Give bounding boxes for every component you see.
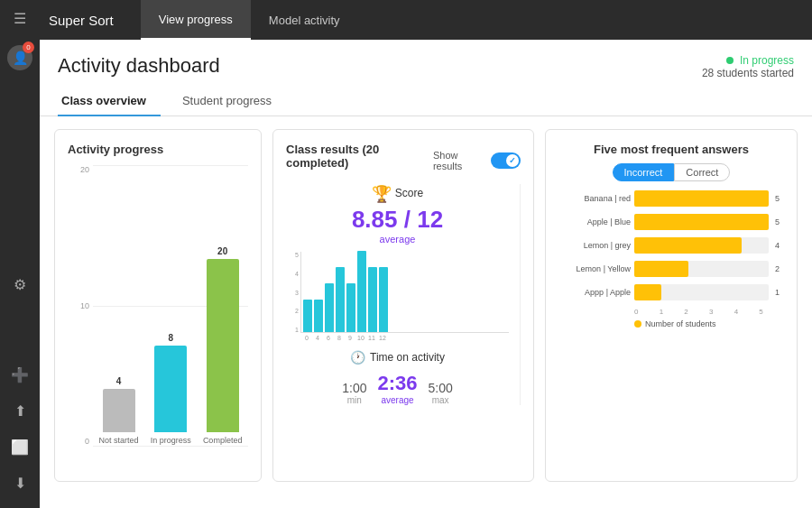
frequent-answers-title: Five most frequent answers [558, 143, 784, 156]
menu-icon[interactable]: ☰ [0, 0, 40, 36]
h-bar-track-3 [634, 237, 769, 254]
h-x-3: 3 [709, 308, 734, 316]
students-count: 28 students started [702, 67, 794, 79]
h-bar-row-2: Apple | Blue 5 [558, 214, 784, 230]
status-info: In progress 28 students started [702, 54, 794, 79]
h-bar-count-1: 5 [775, 194, 784, 203]
app-title: Super Sort [49, 13, 114, 28]
hist-x-0: 0 [302, 335, 311, 341]
time-min-value: 1:00 [342, 381, 366, 395]
answer-filter: Incorrect Correct [558, 163, 784, 181]
status-dot [726, 57, 734, 64]
h-bar-count-2: 5 [775, 217, 784, 226]
tab-view-progress[interactable]: View progress [141, 0, 251, 40]
h-bar-count-3: 4 [775, 241, 784, 250]
time-values: 1:00 min 2:36 average 5:00 max [342, 372, 453, 405]
hist-y-5: 5 [295, 252, 299, 258]
h-bar-fill-1 [634, 190, 769, 207]
subtabs: Class overview Student progress [40, 87, 812, 116]
time-max: 5:00 max [429, 381, 453, 405]
show-results-toggle: Show results ✓ [433, 150, 521, 171]
histogram-bars [300, 252, 509, 333]
hist-x-6: 6 [324, 335, 333, 341]
upload-icon[interactable]: ⬆ [0, 393, 40, 429]
time-max-value: 5:00 [429, 381, 453, 395]
hist-x-4: 4 [313, 335, 322, 341]
hist-bar-8 [379, 267, 388, 332]
legend-dot [634, 320, 641, 328]
h-bar-label-1: Banana | red [558, 194, 631, 203]
h-bar-track-2 [634, 214, 769, 230]
clock-icon: 🕐 [350, 350, 365, 365]
h-bar-row-4: Lemon | Yellow 2 [558, 261, 784, 277]
hist-x-9: 9 [346, 335, 355, 341]
main-content: Super Sort View progress Model activity … [40, 0, 812, 508]
time-avg: 2:36 average [377, 372, 417, 405]
nav-tabs: View progress Model activity [141, 0, 358, 40]
filter-incorrect[interactable]: Incorrect [613, 163, 675, 181]
avatar[interactable]: 👤 0 [0, 36, 40, 79]
histogram-inner: 5 4 3 2 1 [286, 252, 509, 333]
download-icon[interactable]: ⬇ [0, 465, 40, 501]
notification-badge: 0 [23, 42, 34, 53]
add-icon[interactable]: ➕ [0, 356, 40, 393]
bar-label-in-progress: In progress [151, 436, 191, 446]
toggle-knob: ✓ [506, 154, 519, 167]
time-min-label: min [347, 395, 362, 405]
list-icon[interactable]: ⬜ [0, 429, 40, 465]
score-label: Score [395, 187, 423, 199]
h-x-5: 5 [759, 308, 784, 316]
legend-text: Number of students [645, 319, 716, 328]
bar-label-not-started: Not started [99, 436, 139, 446]
bar-not-started: 4 Not started [99, 376, 139, 446]
h-bar-fill-2 [634, 214, 769, 230]
bar-in-progress: 8 In progress [151, 333, 191, 446]
tab-model-activity[interactable]: Model activity [251, 0, 358, 40]
time-min: 1:00 min [342, 381, 366, 405]
subtab-student-progress[interactable]: Student progress [179, 87, 286, 116]
time-label: Time on activity [370, 351, 445, 364]
bar-rect-not-started [103, 389, 135, 432]
bar-value-completed: 20 [217, 246, 227, 256]
results-header: Class results (20 completed) Show result… [286, 143, 521, 179]
page-content: Activity dashboard In progress 28 studen… [40, 40, 812, 508]
h-x-2: 2 [684, 308, 709, 316]
h-bar-row-5: Appp | Apple 1 [558, 284, 784, 300]
h-bar-track-4 [634, 261, 769, 277]
h-x-4: 4 [734, 308, 760, 316]
h-bar-label-4: Lemon | Yellow [558, 264, 631, 273]
hist-y-3: 3 [295, 290, 299, 296]
bar-rect-in-progress [154, 346, 187, 432]
y-label-20: 20 [80, 165, 93, 174]
activity-progress-title: Activity progress [68, 143, 248, 156]
subtab-class-overview[interactable]: Class overview [58, 87, 161, 116]
time-avg-label: average [381, 395, 413, 405]
hist-y-1: 1 [295, 327, 299, 333]
score-section: 🏆 Score 8.85 / 12 average 5 4 [286, 184, 521, 405]
bar-completed: 20 Completed [203, 246, 243, 446]
h-bar-track-5 [634, 284, 769, 300]
h-bar-fill-5 [634, 284, 661, 300]
top-navigation: Super Sort View progress Model activity [40, 0, 812, 40]
h-bar-fill-3 [634, 237, 742, 254]
check-icon: ✓ [509, 156, 516, 165]
time-header: 🕐 Time on activity [350, 350, 445, 365]
dashboard-grid: Activity progress 20 10 0 [40, 116, 812, 494]
toggle-switch[interactable]: ✓ [491, 152, 521, 169]
time-avg-value: 2:36 [377, 372, 417, 395]
hist-y-axis: 5 4 3 2 1 [286, 252, 300, 333]
filter-correct[interactable]: Correct [674, 163, 730, 181]
hist-x-12: 12 [378, 335, 387, 341]
h-bar-count-4: 2 [775, 264, 784, 273]
settings-icon[interactable]: ⚙ [0, 266, 40, 302]
bar-value-not-started: 4 [116, 376, 122, 386]
time-max-label: max [432, 395, 449, 405]
score-avg: average [380, 234, 416, 245]
gridline-bottom [93, 446, 248, 447]
hist-bar-7 [368, 267, 377, 332]
hist-bar-1 [303, 300, 312, 332]
h-bar-row-1: Banana | red 5 [558, 190, 784, 207]
h-bar-track-1 [634, 190, 769, 207]
hist-bar-6 [357, 251, 366, 332]
h-x-axis: 0 1 2 3 4 5 [558, 308, 784, 316]
